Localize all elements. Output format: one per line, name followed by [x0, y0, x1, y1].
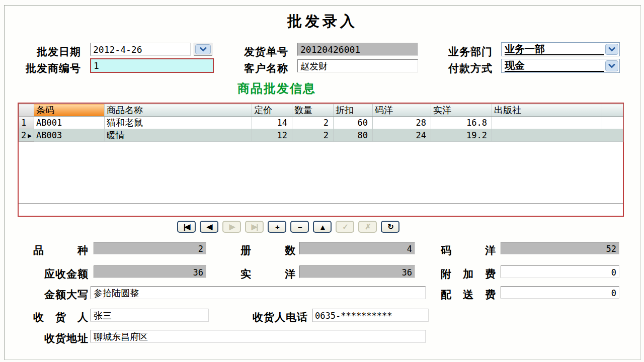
customer-label: 客户名称: [244, 61, 288, 75]
cell-qty[interactable]: 2: [292, 117, 334, 129]
row-number: 2: [21, 130, 26, 140]
table-row[interactable]: 1 AB001 猫和老鼠 14 2 60 28 16.8: [19, 117, 623, 129]
variety-label: 品 种: [33, 243, 89, 257]
row-number: 1: [21, 118, 26, 128]
date-input[interactable]: 2012-4-26: [90, 43, 191, 56]
nav-first-button[interactable]: |◀: [177, 221, 196, 233]
grid-header-selector: [19, 104, 34, 117]
chevron-down-icon: [195, 44, 211, 54]
payment-combobox-value: 现金: [505, 60, 604, 72]
cell-net[interactable]: 16.8: [431, 117, 492, 129]
nav-post-button: ✓: [336, 221, 354, 233]
amount-words-input[interactable]: 参拾陆圆整: [91, 286, 426, 299]
cell-qty[interactable]: 2: [292, 129, 334, 142]
cell-publisher[interactable]: [492, 129, 602, 142]
dept-label: 业务部门: [448, 45, 493, 59]
cell-name[interactable]: 猫和老鼠: [105, 117, 252, 129]
ship-no-field: 20120426001: [297, 43, 418, 56]
cell-discount[interactable]: 80: [334, 129, 373, 142]
cell-gross[interactable]: 28: [373, 117, 431, 129]
phone-input[interactable]: 0635-**********: [312, 309, 429, 322]
payment-combobox[interactable]: 现金: [501, 59, 620, 73]
volumes-field: 4: [299, 242, 415, 254]
ship-no-label: 发货单号: [244, 45, 288, 59]
nav-refresh-button[interactable]: ↻: [381, 221, 399, 233]
table-row-selected[interactable]: 2▶ AB003 暖情 12 2 80 24 19.2: [19, 129, 623, 142]
db-navigator: |◀ ◀ ▶ ▶| + − ▲ ✓ ✗ ↻: [177, 221, 399, 233]
surcharge-label: 附 加 费: [441, 267, 496, 281]
grid-header-qty[interactable]: 数量: [292, 104, 334, 117]
delivery-fee-label: 配 送 费: [441, 288, 496, 302]
grid-header-discount[interactable]: 折扣: [334, 104, 373, 117]
dept-combobox-value: 业务一部: [505, 43, 604, 55]
cell-net[interactable]: 19.2: [431, 129, 492, 142]
cell-spacer: [602, 117, 623, 129]
nav-delete-button[interactable]: −: [290, 221, 309, 233]
consignee-input[interactable]: 张三: [91, 309, 209, 322]
receivable-label: 应收金额: [44, 267, 89, 281]
cell-discount[interactable]: 60: [334, 117, 373, 129]
address-input[interactable]: 聊城东昌府区: [91, 330, 426, 343]
cell-barcode[interactable]: AB001: [34, 117, 105, 129]
customer-input[interactable]: 赵发财: [297, 59, 418, 72]
address-label: 收货地址: [44, 331, 89, 345]
nav-next-button: ▶: [222, 221, 241, 233]
cell-price[interactable]: 12: [252, 129, 292, 142]
grid-header-name[interactable]: 商品名称: [105, 104, 252, 117]
nav-last-button: ▶|: [245, 221, 264, 233]
nav-insert-button[interactable]: +: [268, 221, 286, 233]
chevron-down-icon[interactable]: [605, 60, 618, 71]
wholesaler-no-label: 批发商编号: [26, 61, 81, 75]
date-label: 批发日期: [37, 45, 81, 59]
cell-spacer: [602, 129, 623, 142]
nav-cancel-button: ✗: [358, 221, 377, 233]
cell-barcode[interactable]: AB003: [34, 129, 105, 142]
payment-label: 付款方式: [448, 61, 493, 75]
dept-combobox[interactable]: 业务一部: [501, 42, 620, 56]
grid-header-price[interactable]: 定价: [252, 104, 292, 117]
cell-publisher[interactable]: [492, 117, 602, 129]
variety-field: 2: [94, 242, 206, 254]
grid-header-row: 条码 商品名称 定价 数量 折扣 码洋 实洋 出版社: [19, 104, 623, 117]
phone-label: 收货人电话: [253, 310, 308, 324]
grid-bottom-line: [19, 203, 623, 204]
nav-edit-button[interactable]: ▲: [313, 221, 332, 233]
cell-price[interactable]: 14: [252, 117, 292, 129]
gross-total-label: 码 洋: [441, 243, 496, 257]
wholesaler-no-input[interactable]: 1: [90, 58, 214, 73]
page-title: 批发录入: [5, 12, 640, 32]
receivable-field: 36: [94, 265, 206, 278]
consignee-label: 收 货 人: [33, 310, 89, 324]
amount-words-label: 金额大写: [44, 288, 89, 302]
section-title: 商品批发信息: [216, 80, 337, 97]
volumes-label: 册 数: [240, 243, 296, 257]
grid-header-gross[interactable]: 码洋: [373, 104, 431, 117]
grid-header-barcode[interactable]: 条码: [34, 104, 105, 117]
grid-header-publisher[interactable]: 出版社: [492, 104, 602, 117]
grid-header-spacer: [602, 104, 623, 117]
net-total-label: 实 洋: [240, 267, 296, 281]
cell-gross[interactable]: 24: [373, 129, 431, 142]
row-cursor-icon: ▶: [28, 132, 32, 139]
product-grid[interactable]: 条码 商品名称 定价 数量 折扣 码洋 实洋 出版社 1 AB001 猫和老鼠 …: [18, 103, 624, 217]
chevron-down-icon[interactable]: [605, 44, 618, 55]
delivery-fee-input[interactable]: 0: [501, 286, 619, 299]
surcharge-input[interactable]: 0: [501, 265, 619, 278]
gross-total-field: 52: [501, 242, 619, 254]
date-dropdown-button[interactable]: [194, 43, 212, 56]
net-total-field: 36: [299, 265, 415, 278]
cell-name[interactable]: 暖情: [105, 129, 252, 142]
nav-prior-button[interactable]: ◀: [200, 221, 218, 233]
grid-header-net[interactable]: 实洋: [431, 104, 492, 117]
